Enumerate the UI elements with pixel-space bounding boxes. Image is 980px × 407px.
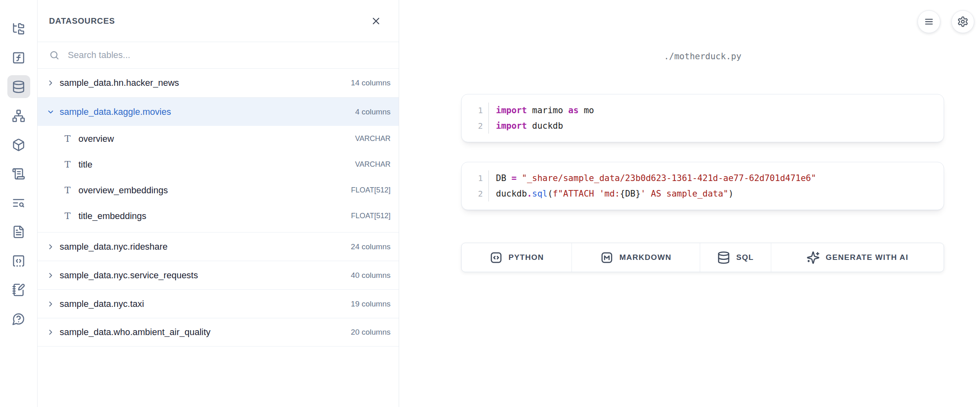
code-square-icon xyxy=(489,251,503,264)
sidebar-item-help[interactable] xyxy=(7,307,30,330)
line-number: 1 xyxy=(462,170,483,186)
sidebar-item-scratchpad[interactable] xyxy=(7,278,30,301)
function-square-icon xyxy=(12,51,25,65)
column-name: overview_embeddings xyxy=(78,185,351,196)
table-name: sample_data.nyc.rideshare xyxy=(60,242,351,252)
column-row[interactable]: TtitleVARCHAR xyxy=(38,152,399,177)
code-line: import marimo as mo xyxy=(496,103,944,118)
search-input[interactable] xyxy=(67,49,387,61)
table-row[interactable]: sample_data.kaggle.movies4 columns xyxy=(38,97,399,126)
table-row[interactable]: sample_data.who.ambient_air_quality20 co… xyxy=(38,318,399,347)
sidebar-item-documentation[interactable] xyxy=(7,220,30,243)
code-token: mo xyxy=(578,105,594,115)
add-markdown-cell-button[interactable]: MARKDOWN xyxy=(571,243,699,272)
close-panel-button[interactable] xyxy=(370,15,382,27)
network-icon xyxy=(12,109,25,123)
line-number-gutter: 12 xyxy=(462,103,489,134)
column-row[interactable]: Ttitle_embeddingsFLOAT[512] xyxy=(38,203,399,229)
code-token: ' AS sample_data" xyxy=(641,189,728,199)
menu-button[interactable] xyxy=(917,10,940,33)
code-editor[interactable]: import marimo as moimport duckdb xyxy=(489,103,944,134)
sidebar-item-variables[interactable] xyxy=(7,46,30,69)
table-column-count: 19 columns xyxy=(351,300,391,309)
table-row[interactable]: sample_data.nyc.rideshare24 columns xyxy=(38,232,399,261)
database-icon xyxy=(717,251,730,264)
sidebar-item-dependencies[interactable] xyxy=(7,104,30,127)
markdown-square-icon xyxy=(600,251,614,264)
sidebar-item-snippets[interactable] xyxy=(7,249,30,272)
text-type-icon: T xyxy=(65,211,76,221)
panel-header: DATASOURCES xyxy=(38,0,399,42)
code-token: ) xyxy=(728,189,734,199)
code-token: {DB} xyxy=(620,189,641,199)
table-name: sample_data.who.ambient_air_quality xyxy=(60,327,351,338)
table-name: sample_data.kaggle.movies xyxy=(60,107,355,117)
code-token: import xyxy=(496,105,527,115)
column-type: FLOAT[512] xyxy=(351,186,391,195)
table-column-count: 14 columns xyxy=(351,78,391,87)
code-cell[interactable]: 12import marimo as moimport duckdb xyxy=(461,94,944,142)
code-token: ( xyxy=(547,189,553,199)
code-token: = xyxy=(511,173,517,183)
code-cell[interactable]: 12DB = "_share/sample_data/23b0d623-1361… xyxy=(461,162,944,210)
column-list: ToverviewVARCHARTtitleVARCHARToverview_e… xyxy=(38,126,399,232)
text-type-icon: T xyxy=(65,159,76,170)
add-cell-bar: PYTHON MARKDOWN SQL GENERATE WITH AI xyxy=(461,243,944,272)
text-type-icon: T xyxy=(65,134,76,144)
settings-button[interactable] xyxy=(951,10,974,33)
column-row[interactable]: Toverview_embeddingsFLOAT[512] xyxy=(38,177,399,203)
sidebar-item-tracebacks[interactable] xyxy=(7,191,30,214)
notebook-filename[interactable]: ./motherduck.py xyxy=(461,51,944,61)
notebook-content: ./motherduck.py 12import marimo as moimp… xyxy=(461,51,944,272)
chevron-down-icon xyxy=(47,108,55,116)
panel-title: DATASOURCES xyxy=(49,16,115,26)
line-number: 2 xyxy=(462,118,483,134)
generate-with-ai-label: GENERATE WITH AI xyxy=(826,253,908,262)
gear-icon xyxy=(957,16,969,27)
column-name: overview xyxy=(78,134,355,144)
close-icon xyxy=(371,16,382,27)
column-name: title_embeddings xyxy=(78,211,351,221)
line-number: 2 xyxy=(462,186,483,201)
file-text-icon xyxy=(12,225,25,239)
table-column-count: 24 columns xyxy=(351,242,391,251)
topbar xyxy=(917,10,974,33)
code-line: duckdb.sql(f"ATTACH 'md:{DB}' AS sample_… xyxy=(496,186,944,201)
notebook-pen-icon xyxy=(12,283,25,297)
generate-with-ai-button[interactable]: GENERATE WITH AI xyxy=(771,243,944,272)
datasources-panel: DATASOURCES sample_data.hn.hacker_news14… xyxy=(38,0,399,407)
code-token: sql xyxy=(532,189,548,199)
table-row[interactable]: sample_data.nyc.service_requests40 colum… xyxy=(38,261,399,289)
table-list: sample_data.hn.hacker_news14 columnssamp… xyxy=(38,69,399,407)
sidebar-item-logs[interactable] xyxy=(7,162,30,185)
line-number: 1 xyxy=(462,103,483,118)
chevron-right-icon xyxy=(47,79,55,87)
text-type-icon: T xyxy=(65,185,76,195)
table-row[interactable]: sample_data.nyc.taxi19 columns xyxy=(38,289,399,318)
add-python-cell-button[interactable]: PYTHON xyxy=(462,243,571,272)
add-sql-cell-button[interactable]: SQL xyxy=(700,243,771,272)
code-token: DB xyxy=(496,173,511,183)
table-row[interactable]: sample_data.hn.hacker_news14 columns xyxy=(38,69,399,97)
search-row xyxy=(38,42,399,69)
sidebar-item-datasources[interactable] xyxy=(7,75,30,98)
sidebar-item-packages[interactable] xyxy=(7,133,30,156)
code-token: f"ATTACH 'md: xyxy=(553,189,620,199)
add-sql-label: SQL xyxy=(736,253,754,262)
column-type: VARCHAR xyxy=(355,160,391,169)
box-icon xyxy=(12,138,25,152)
sidebar-item-file-explorer[interactable] xyxy=(7,17,30,40)
scroll-text-icon xyxy=(12,167,25,181)
table-column-count: 20 columns xyxy=(351,328,391,337)
code-token: import xyxy=(496,121,527,131)
notebook-area: ./motherduck.py 12import marimo as moimp… xyxy=(399,0,980,407)
code-editor[interactable]: DB = "_share/sample_data/23b0d623-1361-4… xyxy=(489,170,944,201)
folder-tree-icon xyxy=(12,22,25,36)
sparkles-icon xyxy=(806,251,820,264)
message-question-icon xyxy=(12,312,25,326)
chevron-right-icon xyxy=(47,300,55,308)
column-row[interactable]: ToverviewVARCHAR xyxy=(38,126,399,152)
chevron-right-icon xyxy=(47,328,55,336)
code-line: DB = "_share/sample_data/23b0d623-1361-4… xyxy=(496,170,944,186)
table-name: sample_data.nyc.taxi xyxy=(60,299,351,309)
